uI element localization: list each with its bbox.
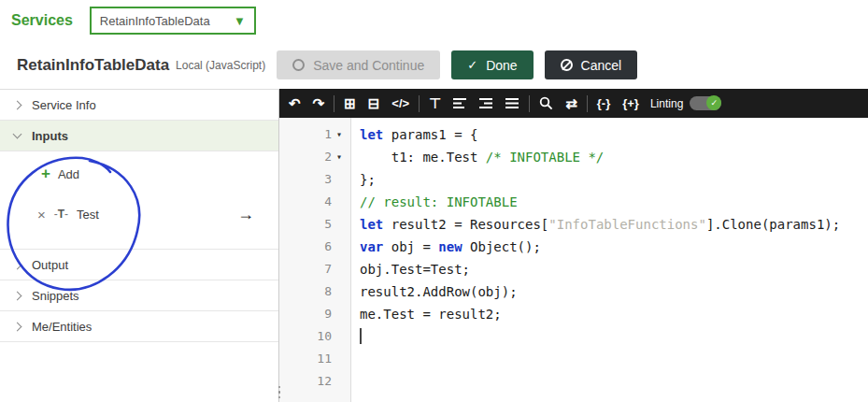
line-number[interactable]: 4 bbox=[279, 191, 350, 213]
redo-icon[interactable]: ↷ bbox=[313, 96, 325, 110]
undo-icon[interactable]: ↶ bbox=[289, 96, 301, 110]
sidebar-section-me-entities[interactable]: Me/Entities bbox=[0, 311, 278, 342]
code-line[interactable]: result2.AddRow(obj); bbox=[360, 280, 868, 303]
add-comment-icon[interactable]: ⊞ bbox=[344, 96, 356, 110]
remove-parameter-icon[interactable]: × bbox=[37, 207, 46, 223]
code-line[interactable]: me.Test = result2; bbox=[360, 303, 868, 325]
inputs-panel: + Add × T Test → bbox=[0, 151, 278, 250]
save-button-label: Save and Continue bbox=[313, 58, 424, 73]
title-bar: RetainInfoTableData Local (JavaScript) S… bbox=[17, 50, 868, 79]
format-code-icon[interactable]: ⊤ bbox=[429, 96, 441, 110]
chevron-down-icon: ▼ bbox=[234, 14, 246, 28]
check-icon: ✓ bbox=[467, 58, 477, 72]
remove-comment-icon[interactable]: ⊟ bbox=[368, 96, 380, 110]
cancel-circle-icon bbox=[561, 59, 573, 71]
services-bar: Services RetainInfoTableData ▼ bbox=[11, 7, 256, 35]
code-line[interactable] bbox=[360, 348, 868, 370]
cancel-button[interactable]: Cancel bbox=[545, 50, 638, 79]
service-sidebar: Service Info Inputs + Add × T Test → Out… bbox=[0, 89, 279, 402]
service-dropdown-value: RetainInfoTableData bbox=[100, 14, 210, 28]
done-button[interactable]: ✓ Done bbox=[451, 50, 533, 79]
fold-all-icon[interactable]: {-} bbox=[597, 97, 610, 109]
line-number[interactable]: 12 bbox=[279, 370, 350, 393]
linting-label: Linting bbox=[650, 97, 683, 110]
sidebar-section-snippets[interactable]: Snippets bbox=[0, 280, 278, 311]
replace-icon[interactable]: ⇄ bbox=[565, 96, 577, 110]
section-label: Snippets bbox=[32, 289, 79, 303]
sidebar-section-output[interactable]: Output bbox=[0, 250, 278, 280]
section-label: Me/Entities bbox=[32, 320, 92, 334]
line-number[interactable]: 2▾ bbox=[279, 146, 350, 168]
line-number[interactable]: 11 bbox=[279, 348, 350, 370]
code-line[interactable]: }; bbox=[360, 168, 868, 191]
line-number[interactable]: 3 bbox=[279, 168, 350, 191]
align-left-icon[interactable] bbox=[453, 97, 467, 109]
code-lines[interactable]: let params1 = { t1: me.Test /* INFOTABLE… bbox=[351, 118, 868, 402]
line-number[interactable]: 1▾ bbox=[279, 123, 350, 146]
chevron-down-icon bbox=[13, 130, 22, 139]
section-label: Output bbox=[32, 258, 68, 272]
line-number[interactable]: 10 bbox=[279, 325, 350, 348]
line-number[interactable]: 5 bbox=[279, 213, 350, 236]
fold-arrow-icon[interactable]: ▾ bbox=[332, 146, 347, 168]
code-area: 1▾2▾3456789101112 let params1 = { t1: me… bbox=[279, 118, 868, 402]
chevron-right-icon bbox=[13, 322, 22, 331]
plus-icon: + bbox=[41, 165, 50, 183]
save-and-continue-button[interactable]: Save and Continue bbox=[277, 50, 440, 79]
code-line[interactable]: // result: INFOTABLE bbox=[360, 191, 868, 213]
input-parameter-row: × T Test → bbox=[0, 193, 278, 236]
arrow-right-icon[interactable]: → bbox=[237, 205, 254, 224]
code-line[interactable] bbox=[360, 325, 868, 348]
service-dropdown[interactable]: RetainInfoTableData ▼ bbox=[90, 7, 256, 35]
cancel-button-label: Cancel bbox=[581, 58, 622, 73]
line-number[interactable]: 6 bbox=[279, 236, 350, 258]
pane-resize-handle[interactable] bbox=[278, 386, 281, 399]
code-line[interactable]: var obj = new Object(); bbox=[360, 236, 868, 258]
fold-arrow-icon[interactable]: ▾ bbox=[332, 123, 347, 146]
linting-toggle[interactable]: ✓ bbox=[690, 96, 721, 110]
code-line[interactable]: let result2 = Resources["InfoTableFuncti… bbox=[360, 213, 868, 236]
add-label: Add bbox=[58, 167, 79, 181]
chevron-right-icon bbox=[13, 291, 22, 300]
page-title: RetainInfoTableData bbox=[17, 56, 169, 75]
code-line[interactable] bbox=[360, 370, 868, 393]
line-number-gutter: 1▾2▾3456789101112 bbox=[279, 118, 351, 402]
line-number[interactable]: 9 bbox=[279, 303, 350, 325]
code-snippet-icon[interactable]: </> bbox=[391, 97, 409, 109]
indent-icon[interactable] bbox=[479, 97, 493, 109]
code-line[interactable]: t1: me.Test /* INFOTABLE */ bbox=[360, 146, 868, 168]
code-line[interactable]: obj.Test=Test; bbox=[360, 258, 868, 280]
text-cursor bbox=[360, 328, 362, 344]
page-subtitle: Local (JavaScript) bbox=[176, 59, 265, 72]
chevron-right-icon bbox=[13, 260, 22, 269]
code-editor: ↶ ↷ ⊞ ⊟ </> ⊤ bbox=[279, 89, 868, 402]
line-number[interactable]: 7 bbox=[279, 258, 350, 280]
justify-lines-icon[interactable] bbox=[505, 97, 519, 109]
editor-toolbar: ↶ ↷ ⊞ ⊟ </> ⊤ bbox=[279, 89, 868, 118]
services-label: Services bbox=[11, 12, 73, 29]
done-button-label: Done bbox=[486, 58, 517, 73]
line-number[interactable]: 8 bbox=[279, 280, 350, 303]
infotable-type-icon: T bbox=[54, 208, 68, 221]
search-icon[interactable] bbox=[539, 96, 553, 110]
radio-circle-icon bbox=[292, 59, 305, 71]
unfold-all-icon[interactable]: {+} bbox=[622, 97, 639, 109]
code-line[interactable]: let params1 = { bbox=[360, 123, 868, 146]
sidebar-section-service-info[interactable]: Service Info bbox=[0, 90, 278, 121]
add-input-button[interactable]: + Add bbox=[0, 161, 278, 187]
chevron-right-icon bbox=[13, 100, 22, 109]
sidebar-section-inputs[interactable]: Inputs bbox=[0, 121, 278, 151]
parameter-name[interactable]: Test bbox=[77, 208, 99, 222]
section-label: Inputs bbox=[32, 129, 68, 143]
section-label: Service Info bbox=[32, 98, 96, 112]
toggle-knob: ✓ bbox=[706, 95, 721, 110]
